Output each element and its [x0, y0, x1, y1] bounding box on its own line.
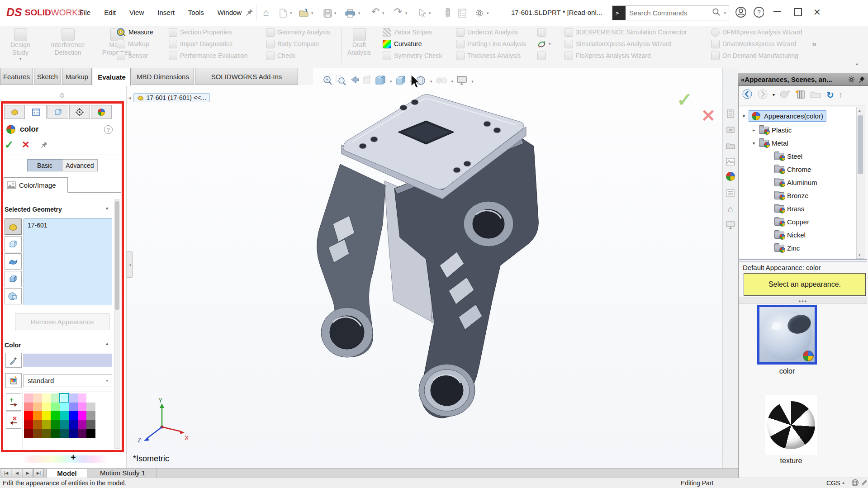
palette-button[interactable]	[5, 373, 22, 388]
interference-detection-button[interactable]: InterferenceDetection	[43, 28, 93, 57]
home-icon[interactable]: ⌂	[261, 7, 271, 18]
ribbon-collapse-button[interactable]: ▴	[856, 61, 858, 66]
color-swatch[interactable]	[60, 411, 69, 420]
color-swatch[interactable]	[78, 429, 87, 438]
color-swatch[interactable]	[51, 411, 60, 420]
color-swatch[interactable]	[78, 393, 87, 403]
confirm-ok-icon[interactable]: ✓	[677, 89, 693, 111]
selected-geometry-list[interactable]: 17-601	[24, 218, 112, 305]
add-to-library-icon[interactable]	[795, 89, 806, 100]
selected-geometry-item[interactable]: 17-601	[28, 222, 47, 229]
color-group-header[interactable]: Color	[5, 341, 21, 349]
pm-scrollbar[interactable]	[114, 199, 120, 449]
pm-cancel-button[interactable]: ✕	[22, 139, 30, 150]
deviation-dropdown[interactable]: ▾	[549, 42, 551, 46]
color-swatch[interactable]	[24, 429, 33, 438]
tree-row-steel[interactable]: Steel	[774, 152, 802, 160]
color-swatch[interactable]	[24, 393, 33, 403]
strip-appearances-icon[interactable]	[726, 172, 735, 181]
minimize-button[interactable]	[773, 11, 781, 12]
color-swatch[interactable]	[86, 403, 95, 412]
color-swatch[interactable]	[60, 393, 69, 403]
color-swatch[interactable]	[33, 393, 42, 403]
tree-scrollbar[interactable]: ▴ ▾	[856, 107, 864, 259]
sensor-button[interactable]: Sensor	[117, 50, 153, 62]
print-icon[interactable]	[345, 8, 356, 19]
draft-analysis-button[interactable]: DraftAnalysis	[345, 28, 374, 57]
chevron-down-icon[interactable]: ▾	[743, 114, 745, 118]
selected-geometry-collapse-icon[interactable]: ▴	[106, 205, 109, 211]
tree-row-copper[interactable]: Copper	[774, 218, 809, 226]
color-swatch[interactable]	[69, 420, 78, 429]
remove-swatch-button[interactable]: ✕	[6, 412, 21, 429]
nav-prev-button[interactable]: ◀	[12, 469, 22, 477]
undo-icon[interactable]: ↶	[370, 6, 381, 17]
open-file-icon[interactable]	[299, 7, 309, 18]
search-magnifier-icon[interactable]	[712, 8, 721, 18]
color-swatch[interactable]	[69, 411, 78, 420]
redo-dropdown[interactable]: ▾	[405, 11, 408, 15]
tab-sketch[interactable]: Sketch	[34, 68, 61, 85]
pane-drag-handle[interactable]: ▴▴▴	[739, 298, 867, 303]
propertymanager-tab[interactable]	[26, 105, 47, 119]
color-image-tab[interactable]: Color/Image	[4, 177, 68, 193]
color-swatch[interactable]	[78, 411, 87, 420]
panel-splitter-handle[interactable]: ◂	[127, 251, 133, 278]
color-swatch[interactable]	[42, 420, 51, 429]
pm-pin-icon[interactable]	[40, 140, 49, 149]
swatch-set-dropdown[interactable]: standard ▾	[24, 374, 112, 387]
undercut-analysis-button[interactable]: Undercut Analysis	[456, 26, 526, 38]
edit-pencil-icon[interactable]	[861, 479, 868, 488]
menu-insert[interactable]: Insert	[155, 7, 177, 18]
zebra-stripes-button[interactable]: Zebra Stripes	[383, 26, 442, 38]
strip-custom-properties-icon[interactable]	[725, 188, 736, 199]
undo-dropdown[interactable]: ▾	[382, 11, 384, 15]
strip-3dprinter-icon[interactable]	[725, 124, 736, 135]
thickness-analysis-button[interactable]: Thickness Analysis	[456, 50, 526, 62]
maximize-button[interactable]	[794, 8, 802, 16]
taskpane-gear-icon[interactable]	[848, 76, 855, 83]
nav-back-icon[interactable]	[742, 89, 753, 101]
3dexperience-connector-button[interactable]: 3DEXPERIENCE Simulation Connector	[564, 26, 687, 38]
tab-markup[interactable]: Markup	[62, 68, 92, 85]
filter-body-button[interactable]	[5, 236, 22, 252]
menu-edit[interactable]: Edit	[101, 7, 119, 18]
compare-documents-button[interactable]	[537, 26, 551, 38]
color-swatch[interactable]	[24, 420, 33, 429]
select-cursor-icon[interactable]	[417, 8, 428, 19]
strip-resources-home-icon[interactable]: ⌂	[725, 204, 736, 214]
search-input[interactable]	[626, 9, 712, 17]
color-swatch[interactable]	[42, 393, 51, 403]
nav-history-dropdown[interactable]: ▾	[773, 92, 775, 97]
driveworksxpress-button[interactable]: DriveWorksXpress Wizard	[711, 38, 802, 50]
options-dropdown[interactable]: ▾	[487, 11, 489, 15]
symmetry-check-button[interactable]: Symmetry Check	[383, 50, 442, 62]
zoom-to-area-icon[interactable]	[336, 75, 346, 87]
tree-row-root[interactable]: ▾ Appearances(color)	[743, 110, 826, 122]
advanced-toggle[interactable]: Advanced	[62, 159, 98, 171]
hide-show-items-icon[interactable]	[436, 75, 447, 87]
color-group-collapse-icon[interactable]: ▴	[106, 341, 109, 346]
selected-geometry-header[interactable]: Selected Geometry	[5, 206, 62, 213]
model-tab[interactable]: Model	[47, 468, 87, 478]
close-button[interactable]: ✕	[813, 7, 821, 18]
floxpress-button[interactable]: FloXpress Analysis Wizard	[564, 50, 687, 62]
color-swatch[interactable]	[42, 429, 51, 438]
color-swatch[interactable]	[69, 429, 78, 438]
globe-icon[interactable]	[851, 479, 859, 488]
ribbon-overflow-button[interactable]: »	[812, 39, 816, 49]
tree-row-aluminum[interactable]: Aluminum	[774, 179, 817, 186]
eyedropper-button[interactable]	[5, 353, 22, 368]
nav-last-button[interactable]: ▶|	[33, 469, 44, 477]
open-library-icon[interactable]	[810, 90, 822, 100]
redo-icon[interactable]: ↷	[393, 6, 403, 17]
color-swatch[interactable]	[33, 411, 42, 420]
color-swatch[interactable]	[60, 420, 69, 429]
tree-row-chrome[interactable]: Chrome	[774, 166, 811, 173]
menu-view[interactable]: View	[127, 7, 147, 18]
nav-first-button[interactable]: |◀	[1, 469, 11, 477]
color-swatch[interactable]	[69, 403, 78, 412]
texture-appearance-thumbnail[interactable]	[765, 395, 817, 455]
tree-row-zinc[interactable]: Zinc	[774, 244, 800, 252]
color-swatch[interactable]	[42, 403, 51, 412]
